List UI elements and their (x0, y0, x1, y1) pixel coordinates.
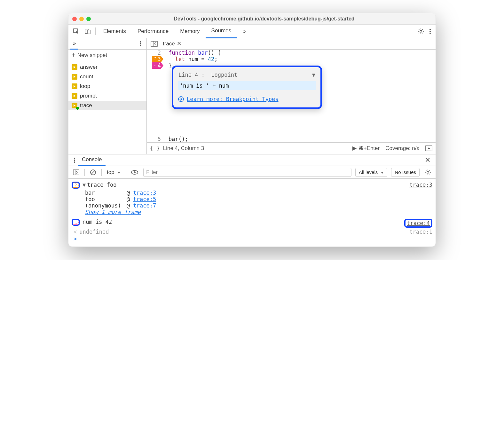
tab-memory[interactable]: Memory (174, 25, 205, 38)
issues-button[interactable]: No Issues (391, 168, 420, 177)
tab-sources[interactable]: Sources (206, 24, 237, 38)
return-arrow-icon: < (74, 229, 77, 235)
snippet-file-prompt[interactable]: prompt (68, 91, 146, 101)
snippet-file-icon (72, 74, 77, 80)
svg-point-4 (429, 29, 431, 30)
tab-elements[interactable]: Elements (98, 25, 132, 38)
conditional-breakpoint-marker[interactable]: ?3 (152, 56, 163, 62)
new-snippet-label: New snippet (77, 52, 107, 59)
snippet-file-trace[interactable]: trace (68, 101, 146, 110)
svg-line-20 (91, 170, 95, 174)
svg-point-7 (140, 41, 141, 43)
settings-gear-icon[interactable] (415, 26, 427, 36)
chevron-down-icon[interactable]: ▼ (312, 72, 315, 78)
snippets-sidebar: » + New snippet answer count (68, 38, 147, 154)
console-settings-gear-icon[interactable] (423, 169, 432, 176)
snippet-file-count[interactable]: count (68, 72, 146, 82)
snippet-file-list: answer count loop prompt trace (68, 61, 146, 112)
show-more-frames-link[interactable]: Show 1 more frame (72, 209, 432, 215)
return-value: undefined (79, 229, 109, 235)
svg-point-14 (74, 158, 75, 159)
stack-frame: bar@ trace:3 (72, 190, 432, 196)
window-minimize-button[interactable] (79, 17, 84, 21)
close-tab-icon[interactable]: ✕ (177, 40, 181, 47)
code-editor[interactable]: 2 function bar() { ?3 let num = 42; ‥4 }… (147, 50, 436, 142)
kebab-menu-icon[interactable] (427, 26, 434, 36)
file-name: answer (80, 64, 98, 70)
window-controls (72, 17, 91, 21)
stack-frame-link[interactable]: trace:7 (133, 202, 156, 209)
source-link[interactable]: trace:4 (404, 219, 432, 228)
run-snippet-button[interactable]: ▶ ⌘+Enter (352, 145, 380, 152)
console-output: ? ▼ trace foo trace:3 bar@ trace:3 foo@ … (68, 179, 436, 247)
conditional-breakpoint-badge-icon: ? (72, 182, 80, 189)
expand-toggle-icon[interactable]: ▼ (83, 182, 86, 188)
device-toolbar-icon[interactable] (82, 26, 93, 36)
logpoint-badge-icon: ‥ (72, 219, 80, 226)
code-line-3: ?3 let num = 42; (147, 56, 436, 62)
sidebar-overflow-tab[interactable]: » (70, 38, 78, 50)
toggle-debugger-sidebar-icon[interactable] (425, 145, 432, 151)
drawer-tabs: Console ✕ (68, 154, 436, 166)
snippet-file-loop[interactable]: loop (68, 82, 146, 91)
sources-body: » + New snippet answer count (68, 38, 436, 154)
console-return-entry: < undefined trace:1 (72, 229, 432, 235)
console-prompt[interactable]: > (72, 235, 432, 242)
console-logpoint-entry: ‥ num is 42 trace:4 (72, 218, 432, 229)
logpoint-expression-input[interactable] (178, 81, 316, 90)
popover-line-label: Line 4 : (178, 72, 205, 78)
editor-tab-trace[interactable]: trace ✕ (160, 40, 185, 47)
log-levels-select[interactable]: All levels ▼ (355, 168, 387, 177)
console-panel: Console ✕ top ▼ All levels ▼ No Issues (68, 154, 436, 247)
svg-rect-2 (87, 30, 90, 34)
breakpoint-type-select[interactable]: Logpoint (211, 72, 237, 78)
file-name: loop (80, 83, 90, 90)
editor-column: trace ✕ 2 function bar() { ?3 let num = … (147, 38, 436, 154)
inspect-element-icon[interactable] (70, 26, 82, 36)
toggle-navigator-icon[interactable] (149, 41, 160, 47)
file-name: count (80, 74, 93, 80)
editor-tab-label: trace (163, 41, 175, 47)
live-expression-icon[interactable] (130, 170, 139, 175)
line-number[interactable]: 5 (155, 136, 163, 142)
stack-frame: (anonymous)@ trace:7 (72, 202, 432, 209)
tabs-overflow[interactable]: » (237, 25, 251, 38)
close-drawer-icon[interactable]: ✕ (422, 156, 433, 164)
clear-console-icon[interactable] (89, 169, 98, 176)
console-tab[interactable]: Console (78, 154, 106, 166)
pretty-print-icon[interactable]: { } (150, 145, 160, 152)
source-link[interactable]: trace:3 (409, 182, 432, 188)
console-toolbar: top ▼ All levels ▼ No Issues (68, 166, 436, 179)
execution-context-select[interactable]: top ▼ (106, 169, 122, 176)
console-trace-entry: ? ▼ trace foo trace:3 (72, 181, 432, 190)
svg-point-22 (134, 171, 136, 173)
logpoint-marker[interactable]: ‥4 (152, 62, 163, 69)
window-close-button[interactable] (72, 17, 77, 21)
file-name: trace (80, 102, 92, 109)
stack-frame-link[interactable]: trace:3 (133, 190, 156, 196)
editor-status-bar: { } Line 4, Column 3 ▶ ⌘+Enter Coverage:… (147, 142, 436, 154)
window-maximize-button[interactable] (86, 17, 91, 21)
coverage-status: Coverage: n/a (385, 145, 420, 152)
source-link[interactable]: trace:1 (409, 229, 432, 235)
console-filter-input[interactable] (143, 168, 351, 177)
sidebar-more-icon[interactable] (136, 41, 145, 47)
modified-indicator-icon (76, 107, 79, 110)
svg-point-8 (140, 43, 141, 44)
new-snippet-button[interactable]: + New snippet (68, 50, 146, 61)
svg-point-5 (429, 31, 431, 32)
drawer-more-icon[interactable] (71, 157, 78, 163)
console-sidebar-toggle-icon[interactable] (72, 169, 81, 175)
learn-more-link[interactable]: Learn more: Breakpoint Types (187, 96, 279, 102)
stack-frame-link[interactable]: trace:5 (133, 196, 156, 202)
sidebar-tabs: » (68, 38, 146, 50)
snippet-file-icon (72, 64, 77, 70)
breakpoint-edit-popover: Line 4 : Logpoint ▼ Learn more: Breakpoi… (172, 66, 322, 109)
line-number[interactable]: 2 (155, 50, 163, 56)
stack-frame: foo@ trace:5 (72, 196, 432, 202)
snippet-file-answer[interactable]: answer (68, 62, 146, 72)
arrow-circle-icon (178, 96, 184, 102)
tab-performance[interactable]: Performance (132, 25, 174, 38)
svg-point-16 (74, 161, 75, 163)
logpoint-message: num is 42 (83, 219, 112, 225)
